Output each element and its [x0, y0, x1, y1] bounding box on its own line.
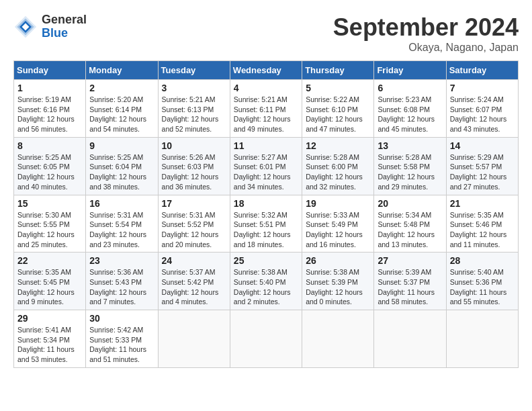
day-number: 25 — [234, 255, 298, 266]
calendar-cell: 5Sunrise: 5:22 AMSunset: 6:10 PMDaylight… — [302, 80, 374, 138]
day-info: Sunrise: 5:36 AMSunset: 5:43 PMDaylight:… — [89, 267, 154, 307]
weekday-header-friday: Friday — [374, 61, 446, 80]
day-number: 8 — [17, 140, 82, 151]
day-number: 28 — [450, 255, 515, 266]
calendar-week-row: 8Sunrise: 5:25 AMSunset: 6:05 PMDaylight… — [14, 137, 519, 195]
weekday-header-row: SundayMondayTuesdayWednesdayThursdayFrid… — [14, 61, 519, 80]
day-info: Sunrise: 5:21 AMSunset: 6:13 PMDaylight:… — [162, 95, 226, 134]
day-number: 16 — [89, 198, 154, 209]
day-number: 23 — [89, 255, 154, 266]
calendar-cell: 12Sunrise: 5:28 AMSunset: 6:00 PMDayligh… — [302, 137, 374, 195]
calendar-cell: 4Sunrise: 5:21 AMSunset: 6:11 PMDaylight… — [230, 80, 302, 138]
day-info: Sunrise: 5:38 AMSunset: 5:40 PMDaylight:… — [234, 267, 298, 307]
day-number: 26 — [306, 255, 370, 266]
calendar-cell: 17Sunrise: 5:31 AMSunset: 5:52 PMDayligh… — [158, 195, 230, 253]
calendar-cell: 28Sunrise: 5:40 AMSunset: 5:36 PMDayligh… — [446, 253, 518, 310]
weekday-header-tuesday: Tuesday — [158, 61, 230, 80]
day-info: Sunrise: 5:31 AMSunset: 5:52 PMDaylight:… — [162, 210, 226, 250]
day-number: 18 — [234, 198, 298, 209]
day-number: 3 — [162, 83, 226, 93]
calendar-cell: 1Sunrise: 5:19 AMSunset: 6:16 PMDaylight… — [14, 80, 86, 138]
logo-general: General — [42, 13, 87, 27]
day-number: 24 — [162, 255, 226, 266]
location: Okaya, Nagano, Japan — [333, 42, 519, 54]
calendar-cell — [302, 310, 374, 368]
day-number: 5 — [306, 83, 370, 93]
calendar-cell: 23Sunrise: 5:36 AMSunset: 5:43 PMDayligh… — [86, 253, 158, 310]
calendar-cell: 26Sunrise: 5:38 AMSunset: 5:39 PMDayligh… — [302, 253, 374, 310]
day-number: 22 — [17, 255, 82, 266]
day-number: 4 — [234, 83, 298, 93]
calendar-cell — [230, 310, 302, 368]
day-info: Sunrise: 5:41 AMSunset: 5:34 PMDaylight:… — [17, 325, 82, 365]
day-number: 14 — [450, 140, 515, 151]
title-block: September 2024 Okaya, Nagano, Japan — [333, 13, 519, 54]
day-info: Sunrise: 5:39 AMSunset: 5:37 PMDaylight:… — [378, 267, 442, 307]
calendar-cell: 27Sunrise: 5:39 AMSunset: 5:37 PMDayligh… — [374, 253, 446, 310]
day-number: 6 — [378, 83, 442, 93]
day-number: 11 — [234, 140, 298, 151]
day-info: Sunrise: 5:37 AMSunset: 5:42 PMDaylight:… — [162, 267, 226, 307]
logo-text: General Blue — [42, 13, 87, 40]
day-info: Sunrise: 5:25 AMSunset: 6:04 PMDaylight:… — [89, 152, 154, 192]
calendar-cell: 9Sunrise: 5:25 AMSunset: 6:04 PMDaylight… — [86, 137, 158, 195]
day-info: Sunrise: 5:32 AMSunset: 5:51 PMDaylight:… — [234, 210, 298, 250]
day-info: Sunrise: 5:21 AMSunset: 6:11 PMDaylight:… — [234, 95, 298, 134]
calendar-cell — [158, 310, 230, 368]
day-info: Sunrise: 5:26 AMSunset: 6:03 PMDaylight:… — [162, 152, 226, 192]
day-number: 2 — [89, 83, 154, 93]
logo: General Blue — [13, 13, 87, 40]
day-info: Sunrise: 5:31 AMSunset: 5:54 PMDaylight:… — [89, 210, 154, 250]
calendar-cell — [446, 310, 518, 368]
day-info: Sunrise: 5:38 AMSunset: 5:39 PMDaylight:… — [306, 267, 370, 307]
day-number: 20 — [378, 198, 442, 209]
day-number: 15 — [17, 198, 82, 209]
calendar-week-row: 29Sunrise: 5:41 AMSunset: 5:34 PMDayligh… — [14, 310, 519, 368]
day-number: 10 — [162, 140, 226, 151]
day-info: Sunrise: 5:42 AMSunset: 5:33 PMDaylight:… — [89, 325, 154, 365]
day-info: Sunrise: 5:24 AMSunset: 6:07 PMDaylight:… — [450, 95, 515, 134]
month-title: September 2024 — [333, 13, 519, 42]
weekday-header-wednesday: Wednesday — [230, 61, 302, 80]
weekday-header-thursday: Thursday — [302, 61, 374, 80]
calendar-cell — [374, 310, 446, 368]
calendar-cell: 6Sunrise: 5:23 AMSunset: 6:08 PMDaylight… — [374, 80, 446, 138]
calendar-cell: 10Sunrise: 5:26 AMSunset: 6:03 PMDayligh… — [158, 137, 230, 195]
page-header: General Blue September 2024 Okaya, Nagan… — [13, 13, 519, 54]
calendar-cell: 19Sunrise: 5:33 AMSunset: 5:49 PMDayligh… — [302, 195, 374, 253]
day-info: Sunrise: 5:23 AMSunset: 6:08 PMDaylight:… — [378, 95, 442, 134]
calendar-cell: 30Sunrise: 5:42 AMSunset: 5:33 PMDayligh… — [86, 310, 158, 368]
day-info: Sunrise: 5:19 AMSunset: 6:16 PMDaylight:… — [17, 95, 82, 134]
day-info: Sunrise: 5:28 AMSunset: 5:58 PMDaylight:… — [378, 152, 442, 192]
calendar-cell: 13Sunrise: 5:28 AMSunset: 5:58 PMDayligh… — [374, 137, 446, 195]
calendar-cell: 16Sunrise: 5:31 AMSunset: 5:54 PMDayligh… — [86, 195, 158, 253]
calendar-cell: 29Sunrise: 5:41 AMSunset: 5:34 PMDayligh… — [14, 310, 86, 368]
calendar-table: SundayMondayTuesdayWednesdayThursdayFrid… — [13, 60, 519, 368]
calendar-cell: 7Sunrise: 5:24 AMSunset: 6:07 PMDaylight… — [446, 80, 518, 138]
day-number: 21 — [450, 198, 515, 209]
calendar-cell: 20Sunrise: 5:34 AMSunset: 5:48 PMDayligh… — [374, 195, 446, 253]
weekday-header-monday: Monday — [86, 61, 158, 80]
day-number: 19 — [306, 198, 370, 209]
calendar-cell: 15Sunrise: 5:30 AMSunset: 5:55 PMDayligh… — [14, 195, 86, 253]
day-info: Sunrise: 5:35 AMSunset: 5:46 PMDaylight:… — [450, 210, 515, 250]
calendar-cell: 2Sunrise: 5:20 AMSunset: 6:14 PMDaylight… — [86, 80, 158, 138]
calendar-cell: 14Sunrise: 5:29 AMSunset: 5:57 PMDayligh… — [446, 137, 518, 195]
day-number: 27 — [378, 255, 442, 266]
calendar-cell: 18Sunrise: 5:32 AMSunset: 5:51 PMDayligh… — [230, 195, 302, 253]
weekday-header-saturday: Saturday — [446, 61, 518, 80]
day-number: 13 — [378, 140, 442, 151]
calendar-week-row: 1Sunrise: 5:19 AMSunset: 6:16 PMDaylight… — [14, 80, 519, 138]
calendar-cell: 8Sunrise: 5:25 AMSunset: 6:05 PMDaylight… — [14, 137, 86, 195]
calendar-cell: 24Sunrise: 5:37 AMSunset: 5:42 PMDayligh… — [158, 253, 230, 310]
day-number: 17 — [162, 198, 226, 209]
day-number: 9 — [89, 140, 154, 151]
day-info: Sunrise: 5:40 AMSunset: 5:36 PMDaylight:… — [450, 267, 515, 307]
day-info: Sunrise: 5:25 AMSunset: 6:05 PMDaylight:… — [17, 152, 82, 192]
day-info: Sunrise: 5:27 AMSunset: 6:01 PMDaylight:… — [234, 152, 298, 192]
calendar-week-row: 15Sunrise: 5:30 AMSunset: 5:55 PMDayligh… — [14, 195, 519, 253]
day-info: Sunrise: 5:34 AMSunset: 5:48 PMDaylight:… — [378, 210, 442, 250]
calendar-cell: 25Sunrise: 5:38 AMSunset: 5:40 PMDayligh… — [230, 253, 302, 310]
day-info: Sunrise: 5:20 AMSunset: 6:14 PMDaylight:… — [89, 95, 154, 134]
logo-blue: Blue — [42, 27, 87, 40]
